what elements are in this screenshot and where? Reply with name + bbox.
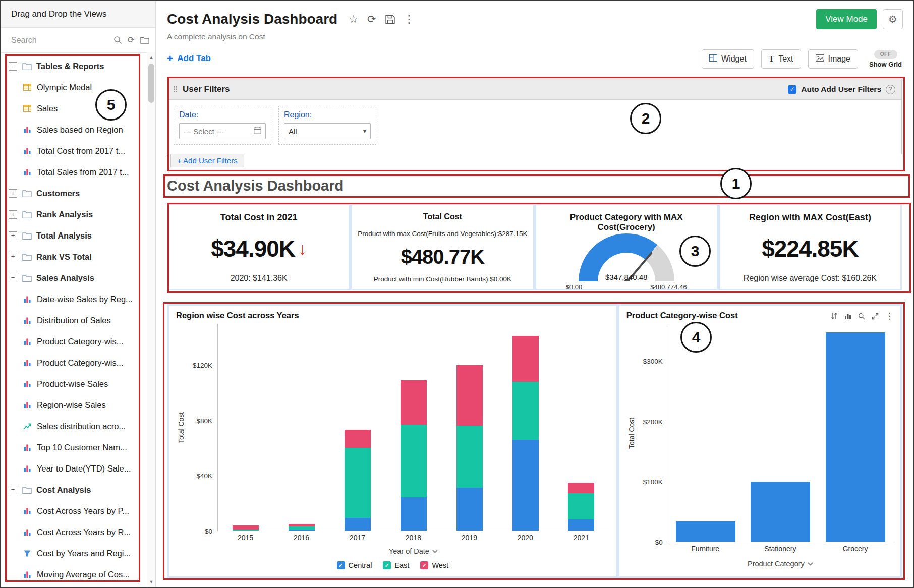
bar-2016[interactable] [289,324,315,531]
zoom-icon[interactable] [858,313,865,320]
scroll-up-icon[interactable]: ▲ [147,53,155,62]
search-input[interactable] [10,35,108,45]
bar-segment-central[interactable] [456,488,483,531]
refresh-icon[interactable]: ⟳ [367,13,376,25]
sidebar-item[interactable]: Total Sales from 2017 t... [1,161,147,183]
sidebar-item[interactable]: Moving Average of Cos... [1,564,147,585]
sidebar-item[interactable]: +Rank VS Total [1,246,147,267]
sidebar-item[interactable]: Date-wise Sales by Reg... [1,288,147,310]
chart-type-icon[interactable] [844,313,851,320]
bar-segment-central[interactable] [568,519,594,531]
sidebar-item[interactable]: Product-wise Sales [1,373,147,394]
x-axis-label[interactable]: Year of Date [217,544,609,558]
bar-segment-east[interactable] [345,448,371,518]
sidebar-item[interactable]: Cost Across Years by P... [1,500,147,521]
sidebar-item[interactable]: Distribution of Sales [1,310,147,331]
kpi-card-total-cost[interactable]: Total Cost Product with max Cost(Fruits … [352,205,533,289]
sidebar-item[interactable]: −Sales Analysis [1,267,147,288]
search-icon[interactable] [113,36,122,44]
text-button[interactable]: T Text [761,49,801,69]
bar-segment-central[interactable] [512,440,539,531]
bar-segment-west[interactable] [401,380,427,424]
legend-checkbox[interactable]: ✓ [337,561,345,569]
refresh-icon[interactable]: ⟳ [128,35,135,45]
sidebar-item[interactable]: Cost by Years and Regi... [1,543,147,564]
bar-segment-east[interactable] [456,426,483,488]
legend-item-east[interactable]: ✓East [383,561,409,569]
expand-icon[interactable]: + [9,231,17,240]
bar-2018[interactable] [401,324,427,531]
legend-checkbox[interactable]: ✓ [383,561,391,569]
sidebar-item[interactable]: −Cost Analysis [1,479,147,500]
sidebar-scrollbar[interactable]: ▲ ▼ [147,52,155,587]
auto-add-filters-checkbox[interactable]: ✓ [788,85,796,94]
collapse-icon[interactable]: − [9,62,17,71]
settings-gear-icon[interactable]: ⚙ [883,9,903,29]
widget-button[interactable]: Widget [702,49,754,69]
bar-segment-west[interactable] [568,483,594,494]
add-tab-button[interactable]: + Add Tab [167,52,211,65]
bar-stationery[interactable] [751,324,810,542]
bar-segment-west[interactable] [512,336,539,382]
bar-2017[interactable] [345,324,371,531]
collapse-icon[interactable]: − [9,274,17,282]
bar-segment-total-cost[interactable] [676,521,735,542]
sidebar-item[interactable]: Top 10 Customer Nam... [1,437,147,458]
save-icon[interactable] [385,15,395,24]
bar-segment-west[interactable] [233,525,259,530]
sidebar-item[interactable]: Year to Date(YTD) Sale... [1,458,147,479]
bar-segment-central[interactable] [401,497,427,531]
bar-segment-west[interactable] [456,365,483,426]
kpi-card-total-cost-2021[interactable]: Total Cost in 2021 $34.90K ↓ 2020: $141.… [168,205,349,289]
bar-segment-total-cost[interactable] [751,482,810,542]
sidebar-item[interactable]: Olympic Medal [1,77,147,98]
sidebar-item[interactable]: +Customers [1,183,147,204]
bar-2020[interactable] [512,324,539,531]
sidebar-item[interactable]: Product Category-wis... [1,331,147,352]
add-user-filters-button[interactable]: + Add User Filters [170,154,244,167]
favorite-star-icon[interactable]: ☆ [349,13,358,25]
help-icon[interactable]: ? [886,85,895,94]
sidebar-item[interactable]: +Rank Analysis [1,204,147,225]
folder-icon[interactable] [140,36,149,44]
image-button[interactable]: Image [808,49,858,69]
kpi-card-region-east[interactable]: Region with MAX Cost(East) $224.85K Regi… [720,205,900,289]
bar-segment-east[interactable] [512,382,539,440]
bar-segment-central[interactable] [289,530,315,531]
sidebar-item[interactable]: Product Category-wis... [1,352,147,373]
bar-grocery[interactable] [826,324,885,542]
bar-2015[interactable] [233,324,259,531]
sidebar-item[interactable]: +Total Analysis [1,225,147,246]
sidebar-item[interactable]: Sales based on Region [1,119,147,140]
more-options-icon[interactable]: ⋮ [885,311,894,321]
scrollbar-thumb[interactable] [148,64,154,103]
bar-segment-central[interactable] [345,518,371,531]
bar-segment-total-cost[interactable] [826,332,885,542]
sidebar-item[interactable]: Sales [1,98,147,119]
sidebar-item[interactable]: Cost Across Years by R... [1,521,147,543]
view-mode-button[interactable]: View Mode [816,9,877,29]
calendar-icon[interactable] [254,127,261,136]
legend-checkbox[interactable]: ✓ [420,561,428,569]
bar-segment-east[interactable] [568,493,594,519]
sort-icon[interactable] [831,312,838,320]
sidebar-item[interactable]: Total Cost from 2017 t... [1,140,147,161]
region-filter-select[interactable]: All ▾ [284,123,371,139]
expand-icon[interactable]: + [9,210,17,219]
sidebar-item[interactable]: Region-wise Sales [1,394,147,416]
show-grid-switch[interactable]: OFF [874,50,897,59]
bar-2021[interactable] [568,324,594,531]
scroll-down-icon[interactable]: ▼ [147,578,155,586]
more-options-icon[interactable]: ⋮ [404,13,415,25]
drag-handle-icon[interactable] [174,86,178,93]
bar-segment-east[interactable] [233,530,259,531]
bar-2019[interactable] [456,324,483,531]
sidebar-item[interactable]: Sales distribution acro... [1,416,147,437]
legend-item-west[interactable]: ✓West [420,561,448,569]
bar-segment-west[interactable] [345,430,371,448]
expand-icon[interactable] [872,313,879,320]
expand-icon[interactable]: + [9,189,17,198]
date-filter-select[interactable]: --- Select --- [179,123,266,139]
bar-segment-east[interactable] [401,425,427,498]
sidebar-item[interactable]: −Tables & Reports [1,55,147,77]
